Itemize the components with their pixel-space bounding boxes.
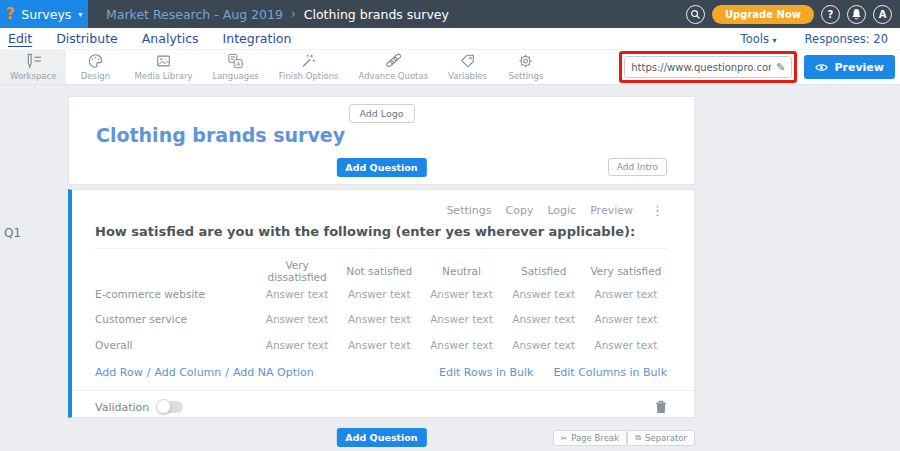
grid-row: E-commerce website Answer text Answer te… — [95, 281, 667, 307]
add-column-link[interactable]: Add Column — [154, 366, 221, 379]
grid-row: Overall Answer text Answer text Answer t… — [95, 332, 667, 358]
media-library-icon — [155, 53, 172, 69]
toolbar-item-variables[interactable]: Variables — [438, 50, 497, 84]
notifications-button[interactable] — [847, 5, 866, 24]
column-header[interactable]: Not satisfied — [338, 265, 420, 277]
help-button[interactable]: ? — [821, 5, 840, 24]
footer-actions: Add Question ✂ Page Break ⧉ Separator — [68, 428, 695, 448]
eye-icon — [815, 63, 828, 72]
survey-url-input[interactable] — [631, 62, 771, 73]
add-na-option-link[interactable]: Add NA Option — [233, 366, 314, 379]
edit-rows-in-bulk-link[interactable]: Edit Rows in Bulk — [439, 366, 533, 379]
tab-analytics[interactable]: Analytics — [142, 31, 199, 46]
question-actions: Settings Copy Logic Preview ⋮ — [446, 203, 664, 218]
answer-cell[interactable]: Answer text — [585, 339, 667, 351]
toolbar-item-label: Finish Options — [279, 71, 339, 81]
edit-columns-in-bulk-link[interactable]: Edit Columns in Bulk — [553, 366, 667, 379]
toolbar-item-languages[interactable]: A Languages — [202, 50, 268, 84]
answer-cell[interactable]: Answer text — [585, 288, 667, 300]
toolbar-item-settings[interactable]: Settings — [497, 50, 555, 84]
answer-cell[interactable]: Answer text — [503, 288, 585, 300]
question-card: Settings Copy Logic Preview ⋮ How satisf… — [68, 189, 695, 418]
preview-button[interactable]: Preview — [804, 55, 895, 79]
chevron-down-icon: ▾ — [78, 10, 82, 19]
tools-dropdown[interactable]: Tools ▾ — [741, 32, 777, 46]
column-header[interactable]: Neutral — [420, 265, 502, 277]
question-text[interactable]: How satisfied are you with the following… — [95, 224, 667, 239]
tab-integration[interactable]: Integration — [223, 31, 292, 46]
column-header[interactable]: Very satisfied — [585, 265, 667, 277]
question-copy-link[interactable]: Copy — [506, 204, 534, 217]
add-logo-button[interactable]: Add Logo — [348, 104, 414, 123]
question-settings-link[interactable]: Settings — [446, 204, 491, 217]
answer-cell[interactable]: Answer text — [338, 313, 420, 325]
column-header[interactable]: Very dissatisfied — [256, 259, 338, 283]
survey-url-box: ✎ — [624, 56, 792, 78]
answer-cell[interactable]: Answer text — [256, 313, 338, 325]
menubar: Edit Distribute Analytics Integration To… — [0, 28, 900, 50]
validation-toggle[interactable] — [157, 401, 183, 413]
chevron-down-icon: ▾ — [773, 36, 777, 45]
separator-button[interactable]: ⧉ Separator — [627, 430, 695, 446]
toolbar-item-label: Design — [81, 71, 110, 81]
tab-distribute[interactable]: Distribute — [56, 31, 118, 46]
answer-cell[interactable]: Answer text — [585, 313, 667, 325]
responses-count-link[interactable]: Responses: 20 — [805, 32, 888, 46]
toolbar-item-design[interactable]: Design — [66, 50, 124, 84]
menubar-right: Tools ▾ Responses: 20 — [741, 32, 888, 46]
toolbar-item-media-library[interactable]: Media Library — [124, 50, 202, 84]
avatar-initial: A — [879, 9, 887, 20]
answer-cell[interactable]: Answer text — [420, 313, 502, 325]
question-preview-link[interactable]: Preview — [590, 204, 633, 217]
row-label[interactable]: E-commerce website — [95, 288, 256, 300]
breadcrumb-parent-link[interactable]: Market Research - Aug 2019 — [106, 7, 283, 22]
design-palette-icon — [87, 53, 104, 69]
answer-cell[interactable]: Answer text — [256, 339, 338, 351]
row-label[interactable]: Overall — [95, 339, 256, 351]
row-label[interactable]: Customer service — [95, 313, 256, 325]
answer-cell[interactable]: Answer text — [256, 288, 338, 300]
column-header[interactable]: Satisfied — [503, 265, 585, 277]
breadcrumb-separator: › — [291, 7, 296, 21]
add-question-button-top[interactable]: Add Question — [336, 158, 426, 177]
surveys-product-dropdown[interactable]: ? Surveys ▾ — [0, 0, 88, 28]
add-question-button-bottom[interactable]: Add Question — [336, 428, 426, 447]
toolbar-item-label: Advance Quotas — [359, 71, 429, 81]
answer-cell[interactable]: Answer text — [420, 288, 502, 300]
delete-question-button[interactable] — [655, 400, 667, 414]
answer-cell[interactable]: Answer text — [338, 339, 420, 351]
magic-wand-icon — [300, 53, 317, 69]
validation-label: Validation — [95, 401, 149, 414]
search-button[interactable] — [686, 5, 705, 24]
toolbar-item-finish-options[interactable]: Finish Options — [269, 50, 349, 84]
edit-url-pencil-icon[interactable]: ✎ — [776, 61, 785, 74]
answer-cell[interactable]: Answer text — [420, 339, 502, 351]
chain-links-icon — [385, 53, 402, 69]
separator-label: Separator — [645, 433, 687, 443]
workspace-icon — [24, 53, 43, 69]
toolbar-item-label: Variables — [448, 71, 487, 81]
question-logic-link[interactable]: Logic — [547, 204, 576, 217]
account-avatar[interactable]: A — [873, 5, 892, 24]
answer-cell[interactable]: Answer text — [503, 313, 585, 325]
add-intro-button[interactable]: Add Intro — [608, 158, 667, 176]
divider — [72, 390, 694, 391]
answer-cell[interactable]: Answer text — [338, 288, 420, 300]
search-icon — [690, 9, 701, 20]
more-options-icon[interactable]: ⋮ — [651, 203, 664, 218]
topbar: ? Surveys ▾ Market Research - Aug 2019 ›… — [0, 0, 900, 28]
toolbar-item-workspace[interactable]: Workspace — [0, 50, 66, 84]
answer-cell[interactable]: Answer text — [503, 339, 585, 351]
toolbar-item-label: Languages — [212, 71, 258, 81]
survey-title[interactable]: Clothing brands survey — [96, 124, 345, 146]
tab-edit[interactable]: Edit — [8, 31, 32, 46]
upgrade-now-button[interactable]: Upgrade Now — [712, 5, 814, 24]
page-break-button[interactable]: ✂ Page Break — [553, 430, 627, 446]
tag-icon — [459, 53, 476, 69]
toolbar-item-label: Media Library — [134, 71, 192, 81]
toolbar-item-advance-quotas[interactable]: Advance Quotas — [349, 50, 439, 84]
add-row-link[interactable]: Add Row — [95, 366, 143, 379]
toolbar: Workspace Design Media Library A Languag… — [0, 50, 900, 85]
survey-header-card: Add Logo Clothing brands survey Add Ques… — [68, 96, 695, 185]
questionpro-survey-editor: ? Surveys ▾ Market Research - Aug 2019 ›… — [0, 0, 900, 451]
